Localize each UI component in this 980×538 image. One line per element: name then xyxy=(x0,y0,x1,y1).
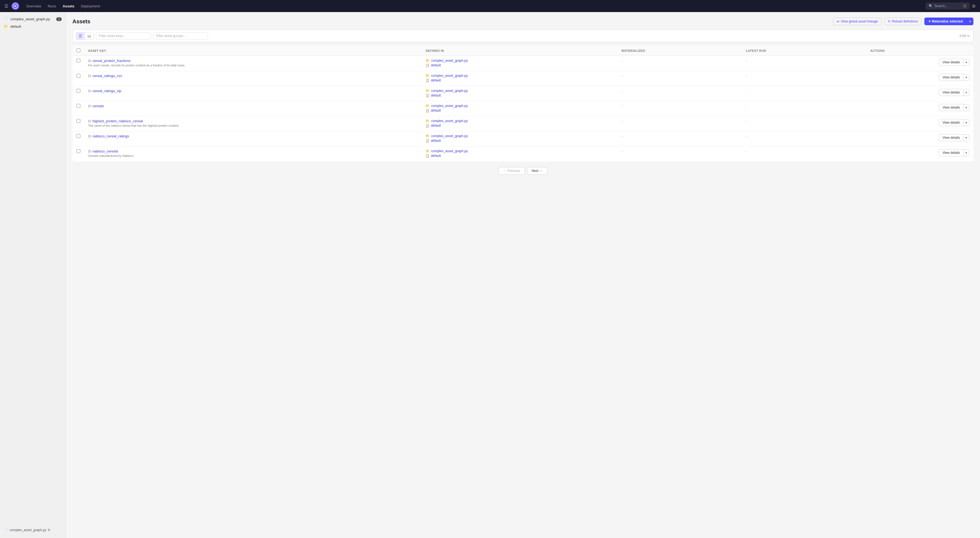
latest-run-value: - xyxy=(746,74,747,78)
table-row: ⊟ cereal_ratings_zip 📁 complex_asset_gra… xyxy=(73,86,974,101)
asset-name-link-highest_protein_nabisco_cereal[interactable]: ⊟ highest_protein_nabisco_cereal xyxy=(88,119,418,123)
nav-deployment[interactable]: Deployment xyxy=(78,2,103,10)
sidebar-item-complex-asset-graph[interactable]: 📄 complex_asset_graph.py 1 xyxy=(0,15,65,23)
asset-icon: ⊟ xyxy=(88,104,91,108)
row-checkbox-cell xyxy=(73,116,84,131)
folder-icon: 📁 xyxy=(4,24,8,29)
defined-group-link[interactable]: 📋 default xyxy=(426,108,614,112)
defined-file-link[interactable]: 📁 complex_asset_graph.py xyxy=(426,134,614,138)
table-header-row: Asset key Defined in Materialized Latest… xyxy=(73,46,974,56)
defined-file-link[interactable]: 📁 complex_asset_graph.py xyxy=(426,104,614,108)
folder-icon: 📁 xyxy=(426,119,430,123)
asset-name-link-cereal_protein_fractions[interactable]: ⊟ cereal_protein_fractions xyxy=(88,59,418,63)
defined-group-link[interactable]: 📋 default xyxy=(426,154,614,158)
action-dropdown-button-cereal_protein_fractions[interactable]: ▾ xyxy=(963,59,969,66)
asset-name-link-nabisco_cereals[interactable]: ⊟ nabisco_cereals xyxy=(88,149,418,153)
action-dropdown-button-nabisco_cereals[interactable]: ▾ xyxy=(963,150,969,156)
row-checkbox-highest_protein_nabisco_cereal[interactable] xyxy=(76,119,80,123)
defined-group-link[interactable]: 📋 default xyxy=(426,124,614,127)
view-details-button-cereals[interactable]: View details xyxy=(939,104,963,111)
list-view-button[interactable]: ☰ xyxy=(76,32,85,40)
table-row: ⊟ nabisco_cereal_ratings 📁 complex_asset… xyxy=(73,131,974,146)
row-checkbox-nabisco_cereal_ratings[interactable] xyxy=(76,134,80,138)
folder-icon: 📁 xyxy=(426,89,430,93)
defined-file-name: complex_asset_graph.py xyxy=(431,89,468,93)
defined-file-link[interactable]: 📁 complex_asset_graph.py xyxy=(426,89,614,93)
asset-name-link-cereals[interactable]: ⊟ cereals xyxy=(88,104,418,108)
asset-name-cell: ⊟ cereal_ratings_csv xyxy=(84,71,422,86)
row-checkbox-cereal_protein_fractions[interactable] xyxy=(76,59,80,62)
asset-key-header: Asset key xyxy=(84,46,422,56)
defined-group-name: default xyxy=(431,124,441,127)
view-details-button-cereal_ratings_zip[interactable]: View details xyxy=(939,89,963,96)
view-details-button-nabisco_cereals[interactable]: View details xyxy=(939,149,963,156)
materialized-cell: - xyxy=(617,56,742,71)
defined-group-name: default xyxy=(431,139,441,143)
defined-group-name: default xyxy=(431,63,441,67)
materialize-selected-button[interactable]: ✦ Materialize selected xyxy=(924,18,967,25)
timer-display: 0:04 ↻ xyxy=(960,34,970,38)
sidebar-items: 📄 complex_asset_graph.py 1 📁 default xyxy=(0,15,65,30)
reload-icon: ↻ xyxy=(888,19,891,23)
asset-name-cell: ⊟ nabisco_cereal_ratings xyxy=(84,131,422,146)
file-icon: 📋 xyxy=(426,94,430,97)
defined-file-link[interactable]: 📁 complex_asset_graph.py xyxy=(426,59,614,62)
nav-runs[interactable]: Runs xyxy=(45,2,59,10)
settings-icon[interactable]: ⚙ xyxy=(972,3,975,9)
defined-group-link[interactable]: 📋 default xyxy=(426,78,614,82)
action-dropdown-button-cereals[interactable]: ▾ xyxy=(963,104,969,111)
hamburger-menu[interactable]: ☰ xyxy=(5,3,8,9)
defined-in-header: Defined in xyxy=(422,46,617,56)
actions-cell: View details ▾ xyxy=(867,86,974,101)
next-button[interactable]: Next → xyxy=(527,167,547,175)
filter-groups-input[interactable] xyxy=(153,32,208,40)
search-box[interactable]: 🔍 Search... / xyxy=(926,3,970,10)
materialized-value: - xyxy=(621,89,622,93)
sidebar-item-default[interactable]: 📁 default xyxy=(0,23,65,30)
asset-name-link-cereal_ratings_zip[interactable]: ⊟ cereal_ratings_zip xyxy=(88,89,418,93)
reload-definitions-button[interactable]: ↻ Reload definitions xyxy=(884,18,921,25)
select-all-checkbox[interactable] xyxy=(76,49,80,53)
latest-run-header: Latest run xyxy=(742,46,867,56)
action-dropdown-button-cereal_ratings_zip[interactable]: ▾ xyxy=(963,89,969,96)
main-layout: 📄 complex_asset_graph.py 1 📁 default 📄 c… xyxy=(0,12,980,538)
asset-name-link-nabisco_cereal_ratings[interactable]: ⊟ nabisco_cereal_ratings xyxy=(88,134,418,138)
action-dropdown-button-nabisco_cereal_ratings[interactable]: ▾ xyxy=(963,134,969,141)
asset-name-link-cereal_ratings_csv[interactable]: ⊟ cereal_ratings_csv xyxy=(88,74,418,78)
defined-in-cell: 📁 complex_asset_graph.py 📋 default xyxy=(422,56,617,71)
timer-refresh-icon[interactable]: ↻ xyxy=(967,34,970,38)
view-details-button-cereal_ratings_csv[interactable]: View details xyxy=(939,74,963,81)
nav-overview[interactable]: Overview xyxy=(24,2,44,10)
defined-file-link[interactable]: 📁 complex_asset_graph.py xyxy=(426,149,614,153)
folder-view-button[interactable]: 🗂 xyxy=(85,32,94,40)
sidebar-bottom-refresh-icon[interactable]: ↻ xyxy=(48,528,51,532)
actions-cell: View details ▾ xyxy=(867,71,974,86)
row-checkbox-cereals[interactable] xyxy=(76,104,80,108)
materialize-dropdown-button[interactable]: ▾ xyxy=(967,18,974,25)
filter-keys-input[interactable] xyxy=(96,32,151,40)
asset-name-cell: ⊟ highest_protein_nabisco_cereal The nam… xyxy=(84,116,422,131)
row-checkbox-cereal_ratings_zip[interactable] xyxy=(76,89,80,93)
asset-name-cell: ⊟ cereals xyxy=(84,101,422,116)
row-checkbox-cereal_ratings_csv[interactable] xyxy=(76,74,80,78)
view-details-button-nabisco_cereal_ratings[interactable]: View details xyxy=(939,134,963,141)
defined-file-link[interactable]: 📁 complex_asset_graph.py xyxy=(426,74,614,78)
view-global-lineage-button[interactable]: ⇌ View global asset lineage xyxy=(833,18,881,25)
defined-group-link[interactable]: 📋 default xyxy=(426,63,614,67)
latest-run-value: - xyxy=(746,134,747,138)
action-dropdown-button-cereal_ratings_csv[interactable]: ▾ xyxy=(963,74,969,81)
defined-group-link[interactable]: 📋 default xyxy=(426,94,614,97)
defined-in-cell: 📁 complex_asset_graph.py 📋 default xyxy=(422,131,617,146)
action-dropdown-button-highest_protein_nabisco_cereal[interactable]: ▾ xyxy=(963,119,969,126)
previous-button[interactable]: ← Previous xyxy=(498,167,525,175)
actions-cell: View details ▾ xyxy=(867,131,974,146)
defined-file-link[interactable]: 📁 complex_asset_graph.py xyxy=(426,119,614,123)
latest-run-value: - xyxy=(746,119,747,123)
view-details-button-highest_protein_nabisco_cereal[interactable]: View details xyxy=(939,119,963,126)
defined-group-link[interactable]: 📋 default xyxy=(426,139,614,143)
materialized-header: Materialized xyxy=(617,46,742,56)
asset-icon: ⊟ xyxy=(88,134,91,138)
row-checkbox-nabisco_cereals[interactable] xyxy=(76,149,80,153)
nav-assets[interactable]: Assets xyxy=(60,2,77,10)
view-details-button-cereal_protein_fractions[interactable]: View details xyxy=(939,59,963,66)
